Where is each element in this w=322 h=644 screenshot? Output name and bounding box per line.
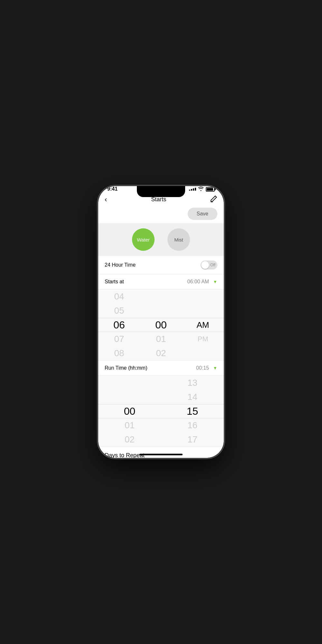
time-picker[interactable]: 04 05 06 07 08 00 01 02 [98, 289, 224, 361]
toggle-knob [201, 261, 209, 269]
period-empty-1 [182, 289, 224, 304]
run-time-value-group: 00:15 ▼ [196, 365, 217, 371]
run-time-picker[interactable]: 00 01 02 13 14 15 16 17 [98, 376, 224, 447]
hour-time-row: 24 Hour Time Off [98, 256, 224, 274]
minutes-column[interactable]: 00 01 02 [140, 289, 182, 360]
phone-frame: 9:41 [98, 186, 224, 458]
run-min-17: 17 [161, 432, 224, 447]
battery-fill [207, 188, 213, 191]
run-hour-empty-1 [98, 376, 161, 390]
period-column[interactable]: AM PM [182, 289, 224, 360]
starts-at-value-group: 06:00 AM ▼ [187, 279, 217, 285]
edit-icon[interactable] [210, 195, 217, 204]
run-hour-00-selected: 00 [98, 404, 161, 418]
hour-time-toggle-group: Off [201, 260, 217, 270]
back-button[interactable]: ‹ [105, 195, 107, 204]
status-time: 9:41 [107, 186, 118, 192]
run-hour-01: 01 [98, 418, 161, 432]
min-02: 02 [140, 346, 182, 360]
save-button[interactable]: Save [188, 208, 217, 220]
save-row: Save [98, 208, 224, 223]
hour-05: 05 [98, 304, 140, 318]
period-am-selected: AM [182, 318, 224, 332]
hour-time-toggle[interactable]: Off [201, 260, 217, 270]
period-empty-3 [182, 346, 224, 360]
picker-row: 04 05 06 07 08 00 01 02 [98, 289, 224, 360]
status-icons [189, 186, 215, 192]
hour-08: 08 [98, 346, 140, 360]
notch [137, 186, 185, 197]
min-01: 01 [140, 332, 182, 346]
run-min-16: 16 [161, 418, 224, 432]
toggle-state-label: Off [210, 263, 215, 267]
phone-screen: 9:41 [98, 186, 224, 458]
min-empty-1 [140, 289, 182, 304]
run-hours-column[interactable]: 00 01 02 [98, 376, 161, 447]
starts-at-row[interactable]: Starts at 06:00 AM ▼ [98, 274, 224, 289]
water-mode-button[interactable]: Water [132, 228, 155, 251]
run-time-arrow-icon: ▼ [213, 365, 217, 371]
run-min-14: 14 [161, 390, 224, 404]
starts-at-value: 06:00 AM [187, 279, 209, 285]
starts-at-arrow-icon: ▼ [213, 279, 217, 284]
mode-selector: Water Mist [98, 223, 224, 256]
run-time-value: 00:15 [196, 365, 209, 371]
wifi-icon [198, 186, 204, 192]
run-time-row[interactable]: Run Time (hh:mm) 00:15 ▼ [98, 361, 224, 376]
min-empty-2 [140, 304, 182, 318]
hours-column[interactable]: 04 05 06 07 08 [98, 289, 140, 360]
run-min-13: 13 [161, 376, 224, 390]
signal-icon [189, 188, 196, 191]
hour-04: 04 [98, 289, 140, 304]
battery-icon [206, 187, 215, 192]
run-minutes-column[interactable]: 13 14 15 16 17 [161, 376, 224, 447]
home-indicator [139, 454, 183, 455]
page-title: Starts [151, 196, 166, 203]
run-time-label: Run Time (hh:mm) [105, 365, 147, 371]
period-pm: PM [182, 332, 224, 346]
hour-06-selected: 06 [98, 318, 140, 332]
run-picker-row: 00 01 02 13 14 15 16 17 [98, 376, 224, 447]
run-hour-empty-2 [98, 390, 161, 404]
period-empty-2 [182, 304, 224, 318]
screen-content: 9:41 [98, 186, 224, 458]
hour-time-label: 24 Hour Time [105, 262, 136, 268]
days-section: Days to Repeat Mon Tue Wed Thu Fri Sat S… [98, 447, 224, 458]
mist-mode-button[interactable]: Mist [167, 228, 190, 251]
run-min-15-selected: 15 [161, 404, 224, 418]
run-hour-02: 02 [98, 432, 161, 447]
min-00-selected: 00 [140, 318, 182, 332]
starts-at-label: Starts at [105, 279, 124, 285]
hour-07: 07 [98, 332, 140, 346]
